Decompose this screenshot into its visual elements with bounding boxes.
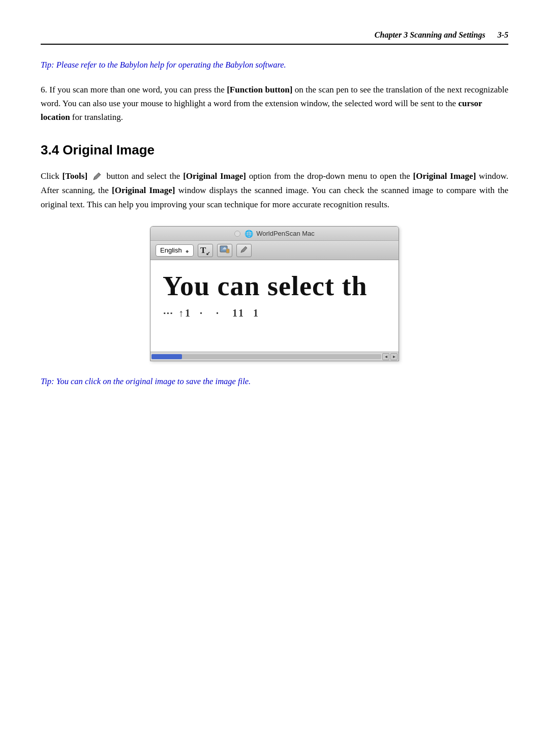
title-bar: 🌐 WorldPenScan Mac [150, 227, 399, 241]
tip-block-1: Tip: Please refer to the Babylon help fo… [41, 59, 508, 72]
section-original1: [Original Image] [183, 171, 246, 181]
app-window-title: WorldPenScan Mac [256, 230, 315, 237]
section-part2: button and select the [107, 171, 184, 181]
scrollbar[interactable]: ◂ ▸ [150, 352, 399, 361]
page-number: 3-5 [498, 30, 508, 40]
step6-part1: 6. If you scan more than one word, you c… [41, 85, 227, 94]
lang-arrow-icon: ⬥ [185, 246, 189, 255]
app-window: 🌐 WorldPenScan Mac English ⬥ T↙ [150, 226, 399, 361]
tip-text-1: Tip: Please refer to the Babylon help fo… [41, 60, 286, 70]
title-bar-dot [234, 231, 240, 237]
tools-button-icon [239, 245, 249, 256]
section-part1: Click [41, 171, 63, 181]
svg-rect-5 [226, 249, 229, 253]
step6-text2: for translating. [70, 112, 123, 122]
section-part3: option from the drop-down menu to open t… [246, 171, 413, 181]
title-bar-title: 🌐 WorldPenScan Mac [245, 230, 315, 238]
toolbar-row: English ⬥ T↙ [150, 241, 399, 260]
language-selector[interactable]: English ⬥ [156, 244, 194, 257]
translate-icon: T↙ [200, 245, 210, 256]
window-content: You can select th ⋯ ↑1 · · 11 1 [150, 260, 399, 352]
scanned-text-big: You can select th [163, 270, 386, 302]
scanned-text-small: ⋯ ↑1 · · 11 1 [163, 307, 386, 319]
section-body: Click [Tools] button and select the [Ori… [41, 169, 508, 212]
translate-button[interactable]: T↙ [198, 244, 213, 257]
step-6-text: 6. If you scan more than one word, you c… [41, 83, 508, 124]
language-text: English [160, 246, 182, 254]
screenshot-container: 🌐 WorldPenScan Mac English ⬥ T↙ [41, 226, 508, 361]
svg-marker-6 [241, 246, 247, 253]
scroll-left-icon[interactable]: ◂ [382, 353, 389, 360]
section-heading: 3.4 Original Image [41, 142, 508, 158]
tools-icon [92, 171, 103, 182]
tip-text-2: Tip: You can click on the original image… [41, 376, 251, 386]
page-container: Chapter 3 Scanning and Settings 3-5 Tip:… [0, 0, 549, 756]
section-original3: [Original Image] [112, 185, 175, 195]
step6-bold1: [Function button] [227, 85, 292, 94]
tools-button[interactable] [236, 244, 252, 257]
scrollbar-arrows: ◂ ▸ [382, 353, 398, 360]
globe-icon: 🌐 [245, 230, 253, 238]
tip-block-2: Tip: You can click on the original image… [41, 375, 508, 388]
section-original2: [Original Image] [413, 171, 476, 181]
original-image-icon [220, 245, 230, 256]
scrollbar-track [151, 354, 381, 359]
original-image-button[interactable] [217, 244, 232, 257]
scrollbar-thumb [151, 354, 182, 359]
chapter-title: Chapter 3 Scanning and Settings [375, 30, 485, 40]
section-tools-label: [Tools] [63, 171, 87, 181]
scroll-right-icon[interactable]: ▸ [390, 353, 398, 360]
page-header: Chapter 3 Scanning and Settings 3-5 [41, 30, 508, 45]
